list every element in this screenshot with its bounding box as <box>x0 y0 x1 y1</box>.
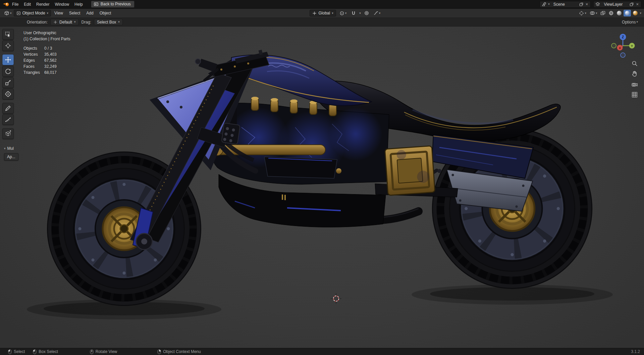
menu-edit[interactable]: Edit <box>21 1 34 8</box>
proportional-edit-button[interactable] <box>363 10 370 16</box>
scene-name-field[interactable]: Scene <box>551 2 578 7</box>
toggle-perspective-button[interactable] <box>631 91 639 99</box>
transform-orientation-dropdown[interactable]: Global ▾ <box>310 10 336 16</box>
blender-window: File Edit Render Window Help Back to Pre… <box>0 0 644 355</box>
orientation-select[interactable]: Default ▾ <box>50 19 79 25</box>
gizmo-axis-neg-z[interactable] <box>621 53 625 57</box>
gizmo-axis-neg-y[interactable] <box>611 43 616 48</box>
mode-dropdown[interactable]: Object Mode ▾ <box>14 10 51 16</box>
menu-add[interactable]: Add <box>84 10 96 16</box>
falloff-button[interactable]: ▾ <box>372 10 382 16</box>
status-context-menu-label: Object Context Menu <box>163 349 201 354</box>
camera-icon <box>631 81 638 88</box>
navigation-gizmo[interactable]: Z X Y <box>608 31 638 61</box>
tool-scale[interactable] <box>2 77 14 88</box>
shading-rendered-button[interactable] <box>632 10 639 16</box>
viewlayer-selector[interactable]: ViewLayer × <box>593 1 641 8</box>
collection-info: (1) Collection | Front Parts <box>23 36 70 42</box>
back-to-previous-button[interactable]: Back to Previous <box>91 1 135 8</box>
new-viewlayer-icon[interactable] <box>630 2 634 6</box>
scene-selector[interactable]: ▾ Scene × <box>540 1 591 8</box>
status-rotate-view-label: Rotate View <box>96 349 117 354</box>
operator-panel-label: Mul <box>7 146 14 151</box>
header-right: ▾ ▾ <box>578 10 641 16</box>
status-select: Select <box>8 349 25 354</box>
gizmo-chevron: ▾ <box>585 12 586 15</box>
orientation-select-chevron: ▾ <box>74 20 76 24</box>
scene-browse-chevron[interactable]: ▾ <box>548 3 550 6</box>
menu-select[interactable]: Select <box>66 10 83 16</box>
stat-value: 32,249 <box>44 63 57 70</box>
overlays-icon <box>590 11 595 15</box>
camera-view-button[interactable] <box>631 80 639 88</box>
xray-toggle-button[interactable] <box>599 10 607 16</box>
show-gizmo-button[interactable]: ▾ <box>578 10 588 16</box>
mode-chevron: ▾ <box>47 12 49 15</box>
snap-settings-chevron[interactable]: ▾ <box>359 12 361 15</box>
tool-select-box[interactable] <box>2 29 14 40</box>
zoom-button[interactable] <box>631 59 639 68</box>
pivot-icon <box>339 11 344 16</box>
operator-panel-header[interactable]: ▾ Mul <box>4 146 18 151</box>
solid-sphere-icon <box>617 11 622 15</box>
orientation-chevron: ▾ <box>332 12 333 15</box>
shading-wireframe-button[interactable] <box>607 10 615 16</box>
stat-label: Vertices <box>23 51 44 57</box>
middle-mouse-icon <box>90 349 94 354</box>
snap-toggle-button[interactable] <box>350 10 357 16</box>
drag-select[interactable]: Select Box ▾ <box>94 19 123 25</box>
shading-solid-button[interactable] <box>615 10 623 16</box>
stat-value: 35,403 <box>44 51 57 57</box>
pivot-point-button[interactable]: ▾ <box>338 10 348 16</box>
gizmo-axis-z[interactable]: Z <box>620 34 626 40</box>
apply-button[interactable]: Ap... <box>4 153 18 161</box>
menu-help[interactable]: Help <box>72 1 86 8</box>
scale-tool-icon <box>5 79 11 86</box>
menu-window[interactable]: Window <box>52 1 72 8</box>
menu-file[interactable]: File <box>9 1 21 8</box>
menu-render[interactable]: Render <box>34 1 52 8</box>
tool-cursor[interactable] <box>2 40 14 51</box>
options-button[interactable]: Options ▾ <box>621 19 639 25</box>
zoom-icon <box>631 60 638 67</box>
operator-panel: ▾ Mul Ap... <box>4 146 18 161</box>
new-scene-icon[interactable] <box>579 2 583 6</box>
tool-shelf <box>2 29 14 139</box>
viewport-3d[interactable]: User Orthographic (1) Collection | Front… <box>0 27 644 348</box>
tool-measure[interactable] <box>2 114 14 125</box>
topbar: File Edit Render Window Help Back to Pre… <box>0 0 644 9</box>
menu-view[interactable]: View <box>52 10 66 16</box>
viewlayer-name-field[interactable]: ViewLayer <box>602 2 628 7</box>
editor-type-chevron: ▾ <box>10 12 12 15</box>
remove-viewlayer-button[interactable]: × <box>635 2 639 7</box>
cursor-3d[interactable] <box>331 293 341 304</box>
drag-select-chevron: ▾ <box>118 20 120 24</box>
overlays-button[interactable]: ▾ <box>588 10 599 16</box>
stat-value: 68,017 <box>44 70 57 76</box>
shading-chevron[interactable]: ▾ <box>640 12 641 15</box>
stat-row: Triangles 68,017 <box>23 70 57 76</box>
shading-material-button[interactable] <box>624 10 631 16</box>
orientation-label: Global <box>318 11 330 15</box>
pan-button[interactable] <box>631 70 639 78</box>
gizmo-axis-y[interactable]: Y <box>629 43 635 49</box>
unlink-scene-button[interactable]: × <box>585 2 589 7</box>
stat-value: 0 / 3 <box>44 45 57 51</box>
xray-icon <box>600 11 605 15</box>
gizmo-axis-x[interactable]: X <box>617 45 623 51</box>
scene-canvas[interactable] <box>0 27 644 348</box>
viewport-info-overlay: User Orthographic (1) Collection | Front… <box>23 30 70 76</box>
stat-label: Edges <box>23 57 44 63</box>
tool-rotate[interactable] <box>2 66 14 77</box>
tool-add-cube[interactable] <box>2 128 14 139</box>
tool-move[interactable] <box>2 54 14 65</box>
menu-object[interactable]: Object <box>97 10 114 16</box>
falloff-chevron: ▾ <box>379 12 381 15</box>
options-label: Options <box>622 20 636 25</box>
magnet-icon <box>351 11 356 16</box>
gold-side-case <box>385 146 435 195</box>
tool-annotate[interactable] <box>2 103 14 114</box>
tool-group-gap <box>2 52 14 54</box>
editor-type-button[interactable]: ▾ <box>3 10 13 16</box>
tool-transform[interactable] <box>2 89 14 99</box>
